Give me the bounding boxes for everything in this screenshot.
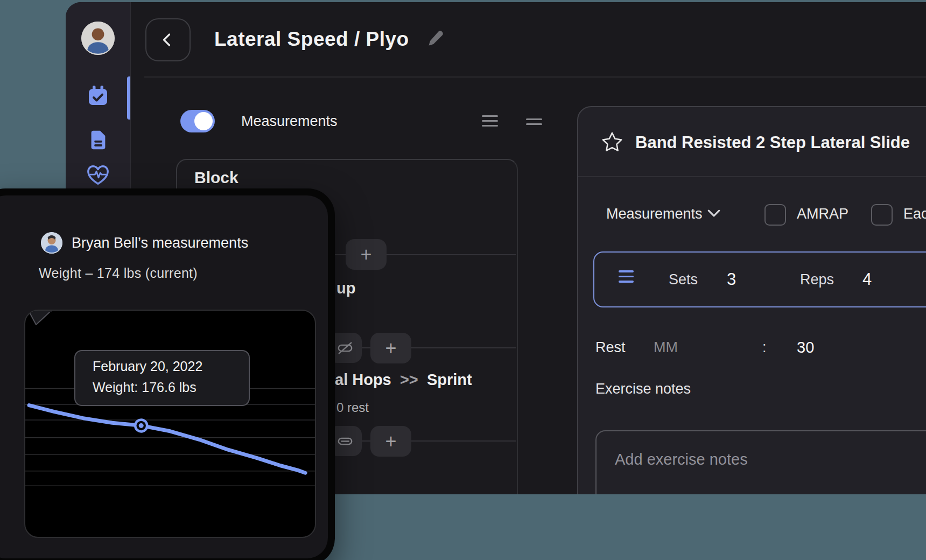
- star-icon: [601, 131, 623, 153]
- heart-pulse-icon: [86, 163, 110, 188]
- tooltip-weight: Weight: 176.6 lbs: [93, 380, 197, 395]
- rest-seconds-field[interactable]: 30: [797, 335, 814, 359]
- calendar-check-icon: [86, 84, 110, 108]
- current-weight-text: Weight – 174 lbs (current): [39, 265, 198, 281]
- amrap-label: AMRAP: [797, 200, 848, 228]
- measurements-popup-title: Bryan Bell’s measurements: [72, 228, 248, 258]
- plus-icon: +: [385, 430, 396, 453]
- sidebar-item-calendar[interactable]: [86, 84, 110, 108]
- add-exercise-button[interactable]: +: [346, 239, 387, 270]
- chevron-down-icon[interactable]: [707, 209, 720, 218]
- chevron-left-icon: [160, 32, 176, 48]
- avatar-person-icon: [81, 22, 115, 55]
- sets-reps-box: Sets 3 Reps 4: [593, 251, 926, 307]
- sets-value[interactable]: 3: [727, 253, 736, 306]
- plus-icon: +: [360, 243, 371, 266]
- exercise-notes-label: Exercise notes: [595, 381, 691, 397]
- measurements-popup: Bryan Bell’s measurements Weight – 174 l…: [0, 188, 335, 560]
- blue-hamburger-icon: [619, 270, 634, 272]
- superset-second: Sprint: [427, 371, 472, 388]
- plus-icon: +: [385, 337, 396, 360]
- reps-label: Reps: [800, 253, 834, 306]
- add-exercise-button[interactable]: +: [370, 333, 411, 363]
- sidebar-item-documents[interactable]: [86, 128, 110, 152]
- screen: Lateral Speed / Plyo Measurements Block …: [0, 0, 926, 560]
- tracking-dropdown[interactable]: Measurements: [606, 200, 703, 228]
- reps-value[interactable]: 4: [862, 253, 872, 306]
- rest-note: 0 rest: [336, 400, 369, 415]
- avatar-person-icon: [41, 232, 62, 254]
- equals-icon: [526, 118, 542, 120]
- weight-chart-svg: [25, 311, 315, 537]
- exercise-notes-input[interactable]: Add exercise notes: [595, 430, 926, 494]
- header-divider: [144, 76, 926, 78]
- warmup-section-label: up: [336, 279, 355, 297]
- sidebar-item-health[interactable]: [86, 164, 110, 187]
- superset-separator: >>: [396, 371, 423, 388]
- page-title: Lateral Speed / Plyo: [214, 22, 409, 57]
- tooltip-tail: [25, 311, 58, 332]
- favorite-exercise-button[interactable]: [601, 131, 623, 153]
- superset-first: al Hops: [335, 371, 391, 388]
- toggle-knob: [194, 112, 213, 130]
- sidebar-active-indicator: [127, 76, 130, 120]
- edit-title-button[interactable]: [425, 28, 446, 48]
- sets-label: Sets: [669, 253, 698, 306]
- chart-tooltip: February 20, 2022 Weight: 176.6 lbs: [74, 350, 250, 406]
- rest-separator: :: [762, 335, 767, 359]
- list-view-button[interactable]: [482, 115, 498, 127]
- weight-chart[interactable]: February 20, 2022 Weight: 176.6 lbs: [24, 310, 316, 538]
- rest-minutes-field[interactable]: MM: [654, 335, 678, 359]
- amrap-checkbox[interactable]: [764, 204, 786, 226]
- tooltip-date: February 20, 2022: [93, 359, 202, 374]
- compact-view-button[interactable]: [526, 118, 542, 125]
- link-icon: [337, 433, 353, 449]
- exercise-title: Band Resisted 2 Step Lateral Slide: [635, 128, 910, 158]
- trainer-avatar[interactable]: [81, 22, 115, 55]
- exercise-detail-panel: Band Resisted 2 Step Lateral Slide Measu…: [577, 106, 926, 494]
- hamburger-icon: [482, 115, 498, 117]
- measurements-popup-body: Bryan Bell’s measurements Weight – 174 l…: [0, 195, 328, 558]
- pencil-icon: [425, 28, 446, 48]
- add-exercise-button[interactable]: +: [370, 426, 411, 457]
- link-slash-icon: [337, 340, 353, 356]
- back-button[interactable]: [145, 18, 191, 61]
- drag-handle[interactable]: [619, 270, 634, 283]
- each-checkbox[interactable]: [871, 204, 893, 226]
- each-label: Each: [903, 200, 926, 228]
- document-icon: [87, 129, 109, 151]
- rest-label: Rest: [595, 335, 626, 359]
- notes-placeholder: Add exercise notes: [615, 451, 748, 468]
- measurements-toggle-label: Measurements: [241, 108, 338, 135]
- panel-divider: [578, 176, 926, 177]
- block-title: Block: [194, 169, 238, 187]
- client-avatar[interactable]: [41, 232, 62, 254]
- superset-title: al Hops >> Sprint: [335, 371, 472, 389]
- measurements-toggle[interactable]: [180, 110, 215, 132]
